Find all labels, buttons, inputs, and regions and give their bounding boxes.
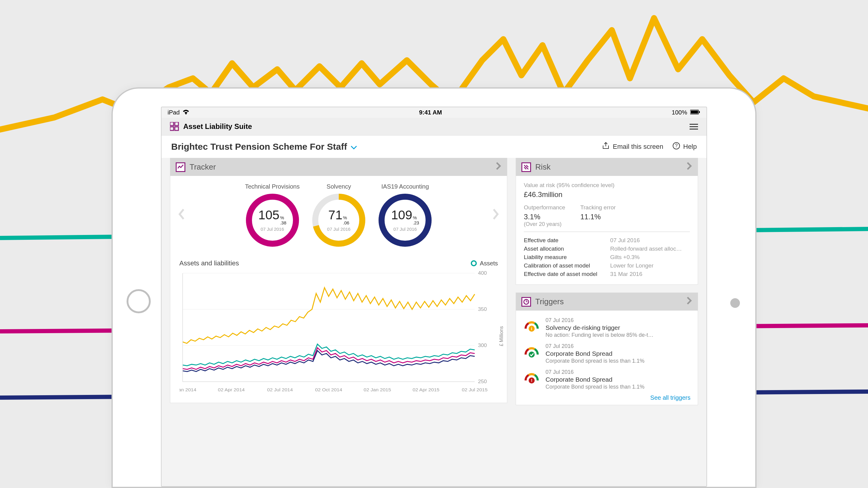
table-row: Effective date07 Jul 2016 [524, 236, 690, 245]
legend-label: Assets [480, 260, 498, 267]
triggers-panel: Triggers i 07 Ju [516, 293, 698, 405]
tracker-icon [176, 162, 185, 172]
svg-text:i: i [531, 326, 532, 331]
battery-pct: 100% [672, 109, 687, 116]
chevron-right-icon [686, 296, 692, 307]
trigger-desc: Corporate Bond spread is less than 1.1% [546, 358, 644, 364]
gauge-label: IAS19 Accounting [381, 183, 429, 190]
tracking-value: 11.1% [580, 213, 616, 221]
svg-text:02 Apr 2015: 02 Apr 2015 [412, 387, 439, 392]
help-label: Help [683, 143, 697, 151]
app-header: Asset Liability Suite [161, 118, 707, 135]
svg-rect-4 [691, 110, 698, 113]
svg-rect-6 [170, 122, 174, 126]
triggers-icon [521, 297, 531, 307]
menu-button[interactable] [689, 124, 698, 130]
tracker-header[interactable]: Tracker [170, 158, 507, 176]
app-logo-icon [170, 122, 179, 131]
tracker-panel: Tracker Technical Provisions [170, 158, 507, 403]
svg-rect-7 [175, 122, 179, 126]
gauge-meter-icon: ! [523, 369, 540, 390]
gauge-2[interactable]: IAS19 Accounting 109%.23 07 Jul 2016 [378, 183, 432, 247]
trigger-desc: No action: Funding level is below 85% de… [546, 332, 653, 338]
risk-header[interactable]: Risk [516, 158, 698, 176]
share-icon [602, 142, 610, 152]
gauge-1[interactable]: Solvency 71%.06 07 Jul 2016 [312, 183, 366, 247]
scheme-bar: Brightec Trust Pension Scheme For Staff … [161, 135, 707, 158]
gauge-0[interactable]: Technical Provisions 105%.38 07 Jul 2016 [245, 183, 300, 247]
assets-liabilities-chart[interactable]: 25030035040002 Jan 201402 Apr 201402 Jul… [179, 270, 498, 397]
risk-panel: Risk Value at risk (95% confidence level… [516, 158, 698, 285]
risk-icon [521, 162, 531, 172]
email-label: Email this screen [613, 143, 663, 151]
gauge-next-button[interactable] [490, 207, 501, 224]
svg-rect-9 [175, 127, 179, 130]
battery-icon [690, 109, 701, 116]
trigger-item[interactable]: ! 07 Jul 2016 Corporate Bond Spread Corp… [523, 367, 690, 392]
table-row: Effective date of asset model31 Mar 2016 [524, 270, 690, 278]
table-row: Liability measureGilts +0.3% [524, 253, 690, 261]
table-row: Calibration of asset modelLower for Long… [524, 261, 690, 270]
gauge-meter-icon [523, 343, 540, 364]
table-row: Asset allocationRolled-forward asset all… [524, 245, 690, 253]
y-axis-label: £ Millions [499, 326, 504, 347]
tablet-camera [730, 298, 740, 308]
chart-title: Assets and liabilities [179, 259, 239, 267]
svg-text:02 Oct 2014: 02 Oct 2014 [315, 387, 342, 392]
tablet-frame: iPad 9:41 AM 100% [112, 87, 756, 488]
help-icon: ? [673, 142, 680, 152]
tracker-title: Tracker [190, 162, 216, 172]
svg-text:02 Jul 2015: 02 Jul 2015 [462, 387, 488, 392]
trigger-title: Corporate Bond Spread [546, 350, 644, 357]
legend-swatch-icon [471, 260, 477, 266]
trigger-title: Corporate Bond Spread [546, 376, 644, 383]
clock: 9:41 AM [419, 109, 442, 116]
svg-text:02 Apr 2014: 02 Apr 2014 [218, 387, 245, 392]
outperf-value: 3.1% [524, 213, 565, 221]
chevron-right-icon [495, 161, 501, 173]
svg-rect-8 [170, 127, 174, 130]
risk-details-table: Effective date07 Jul 2016Asset allocatio… [524, 236, 690, 278]
svg-text:400: 400 [478, 270, 487, 276]
tablet-home-button [127, 289, 151, 313]
triggers-title: Triggers [535, 297, 564, 306]
email-screen-button[interactable]: Email this screen [602, 142, 663, 152]
svg-text:02 Jul 2014: 02 Jul 2014 [267, 387, 293, 392]
app-title: Asset Liability Suite [183, 122, 252, 131]
var-label: Value at risk (95% confidence level) [524, 182, 690, 189]
chart-legend[interactable]: Assets [471, 260, 498, 267]
chevron-right-icon [686, 161, 692, 173]
trigger-item[interactable]: i 07 Jul 2016 Solvency de-risking trigge… [523, 315, 690, 341]
trigger-date: 07 Jul 2016 [546, 369, 644, 375]
see-all-triggers-link[interactable]: See all triggers [650, 394, 690, 401]
tracking-label: Tracking error [580, 204, 616, 211]
gauge-label: Technical Provisions [245, 183, 300, 190]
svg-text:!: ! [531, 378, 532, 383]
svg-text:350: 350 [478, 307, 487, 312]
wifi-icon [183, 109, 189, 116]
trigger-title: Solvency de-risking trigger [546, 324, 653, 331]
gauge-label: Solvency [327, 183, 351, 190]
svg-text:?: ? [675, 143, 678, 148]
svg-text:02 Jan 2014: 02 Jan 2014 [179, 387, 196, 392]
svg-text:250: 250 [478, 379, 487, 384]
var-value: £46.3million [524, 190, 690, 199]
trigger-item[interactable]: 07 Jul 2016 Corporate Bond Spread Corpor… [523, 341, 690, 367]
trigger-date: 07 Jul 2016 [546, 343, 644, 350]
app-screen: iPad 9:41 AM 100% [161, 107, 707, 487]
outperf-label: Outperformance [524, 204, 565, 211]
help-button[interactable]: ? Help [673, 142, 697, 152]
divider [524, 232, 690, 232]
device-label: iPad [167, 109, 180, 116]
svg-rect-5 [699, 111, 700, 113]
scheme-selector[interactable]: Brightec Trust Pension Scheme For Staff [171, 141, 357, 152]
triggers-header[interactable]: Triggers [516, 293, 698, 311]
scheme-title-text: Brightec Trust Pension Scheme For Staff [171, 141, 347, 152]
svg-text:02 Jan 2015: 02 Jan 2015 [364, 387, 391, 392]
outperf-note: (Over 20 years) [524, 221, 565, 227]
gauge-meter-icon: i [523, 317, 540, 338]
risk-title: Risk [535, 162, 551, 172]
chevron-down-icon [350, 141, 357, 152]
gauge-prev-button[interactable] [176, 207, 187, 224]
svg-text:300: 300 [478, 343, 487, 348]
